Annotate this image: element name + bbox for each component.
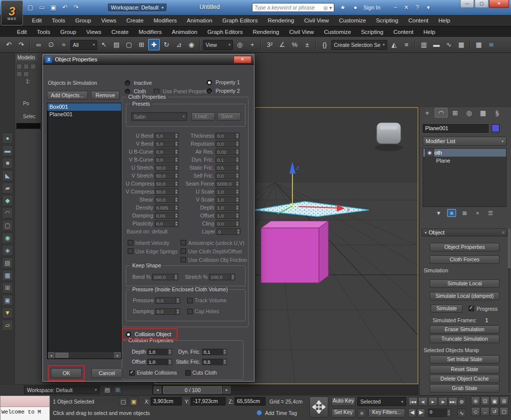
menu-item-animation[interactable]: Animation xyxy=(182,17,217,23)
play-button[interactable]: ▶ xyxy=(428,397,438,406)
menu-item-tools[interactable]: Tools xyxy=(32,29,55,35)
window-crossing-icon[interactable]: ⊞ xyxy=(136,39,147,50)
add-time-tag-label[interactable]: Add Time Tag xyxy=(265,410,297,416)
collision-offset-spinner[interactable]: 1,0▴▾ xyxy=(147,359,172,365)
damping-spinner[interactable]: 0,01▴▾ xyxy=(155,212,179,219)
key-mode-icon[interactable]: ¤ xyxy=(357,409,366,418)
ribbon-config-icon[interactable]: ▤ xyxy=(103,386,112,394)
welcome-window[interactable]: Welcome to M xyxy=(0,396,50,420)
repulsion-spinner[interactable]: 0,0▴▾ xyxy=(216,141,240,147)
cap-holes-checkbox[interactable] xyxy=(187,309,193,314)
select-and-rotate-icon[interactable]: ↻ xyxy=(161,39,172,50)
object-list-item-box001[interactable]: Box001 xyxy=(47,103,121,111)
pressure-damping-spinner[interactable]: 0,0▴▾ xyxy=(155,308,180,315)
track-volume-checkbox[interactable] xyxy=(187,298,193,303)
infocenter-search-icon[interactable]: ◎ xyxy=(323,5,328,10)
menu-item-customize[interactable]: Customize xyxy=(334,17,371,23)
u-bend-spinner[interactable]: 5,0▴▾ xyxy=(155,133,179,139)
v-b-curve-spinner[interactable]: 0,0▴▾ xyxy=(155,157,179,163)
menu-item-content[interactable]: Content xyxy=(403,17,433,23)
window-minimize-button[interactable]: — xyxy=(460,0,474,8)
previous-key-button[interactable]: ◀ xyxy=(408,409,416,418)
zoom-all-icon[interactable]: ⊡ xyxy=(481,397,490,406)
menu-item-group[interactable]: Group xyxy=(55,29,81,35)
auto-key-button[interactable]: Auto Key xyxy=(331,397,355,406)
thickness-spinner[interactable]: 0,0▴▾ xyxy=(216,133,240,139)
left-tool-grid-icon[interactable]: ▦ xyxy=(2,270,13,281)
unlink-selection-icon[interactable]: ∅ xyxy=(45,39,57,50)
edit-named-selection-sets-icon[interactable]: {} xyxy=(319,39,330,50)
ribbon-color-swatch[interactable] xyxy=(16,123,41,129)
left-tool-box-icon[interactable]: ■ xyxy=(2,158,13,169)
selection-region-icon[interactable]: ▢ xyxy=(123,39,135,50)
save-file-icon[interactable]: ▣ xyxy=(49,3,58,12)
menu-item-create[interactable]: Create xyxy=(121,17,149,23)
qat-undo-icon[interactable]: ↶ xyxy=(60,3,69,12)
left-tool-wedge-icon[interactable]: ◣ xyxy=(2,170,13,181)
self-fric-spinner[interactable]: 0,0▴▾ xyxy=(216,173,240,179)
menu-item-animation[interactable]: Animation xyxy=(167,29,202,35)
left-tool-diamond-icon[interactable]: ◈ xyxy=(2,245,13,256)
orbit-icon[interactable]: ↺ xyxy=(490,407,499,416)
search-dropdown-icon[interactable]: ▾ xyxy=(329,5,332,10)
simulate-local-damped-button[interactable]: Simulate Local (damped) xyxy=(430,292,500,300)
object-properties-button[interactable]: Object Properties xyxy=(430,243,500,251)
list-scroll-left-arrow[interactable]: ◂ xyxy=(48,352,54,358)
anisotropic-unlock-u-v-checkbox[interactable] xyxy=(181,240,186,245)
truncate-simulation-button[interactable]: Truncate Simulation xyxy=(430,335,500,343)
field-of-view-icon[interactable]: ◇ xyxy=(471,407,480,416)
menu-item-modifiers[interactable]: Modifiers xyxy=(149,17,182,23)
menu-item-create[interactable]: Create xyxy=(106,29,134,35)
enable-collisions-checkbox[interactable] xyxy=(129,370,135,376)
menu-item-edit[interactable]: Edit xyxy=(12,29,32,35)
select-and-link-icon[interactable]: ∞ xyxy=(33,39,44,50)
menu-item-graph-editors[interactable]: Graph Editors xyxy=(217,17,262,23)
shear-spinner[interactable]: 50,0▴▾ xyxy=(155,197,179,203)
collision-depth-spinner[interactable]: 1,0▴▾ xyxy=(147,349,172,355)
select-by-name-icon[interactable]: ▤ xyxy=(111,39,122,50)
u-stretch-spinner[interactable]: 50,0▴▾ xyxy=(155,165,179,171)
next-key-button[interactable]: ▶ xyxy=(417,409,425,418)
pink-box-object[interactable] xyxy=(261,221,328,283)
menu-item-content[interactable]: Content xyxy=(388,29,418,35)
left-tool-capsule-icon[interactable]: ▬ xyxy=(2,145,13,156)
mini-curve-editor-icon[interactable]: ∿ xyxy=(457,409,466,418)
pan-icon[interactable]: ↔ xyxy=(481,407,490,416)
qat-redo-icon[interactable]: ↷ xyxy=(72,3,81,12)
signin-avatar-icon[interactable]: ● xyxy=(351,3,360,12)
go-to-end-button[interactable]: ▶▶| xyxy=(448,397,458,406)
workspace-selector-titlebar[interactable]: Workspace: Default ▾ xyxy=(107,3,167,12)
object-list-item-plane001[interactable]: Plane001 xyxy=(47,111,121,118)
progress-checkbox[interactable] xyxy=(469,305,474,311)
spinner-snap-icon[interactable]: ± xyxy=(301,39,313,50)
dyn-fric-spinner[interactable]: 0,1▴▾ xyxy=(216,157,240,163)
plasticity-spinner[interactable]: 0,0▴▾ xyxy=(155,220,179,227)
folder-icon[interactable]: ▱ xyxy=(2,320,13,331)
zoom-region-icon[interactable]: ⊞ xyxy=(500,397,509,406)
ribbon-mini-button[interactable] xyxy=(30,64,36,69)
inactive-radio[interactable]: Inactive xyxy=(125,80,152,86)
array-table-icon[interactable]: ▦ xyxy=(473,39,485,50)
use-pivot-point-icon[interactable]: ◎ xyxy=(234,39,246,50)
list-scroll-thumb[interactable] xyxy=(55,353,68,358)
offset-spinner[interactable]: 1,0▴▾ xyxy=(216,212,240,219)
left-tool-cells-icon[interactable]: ⊞ xyxy=(2,282,13,293)
workspace-selector-bottom[interactable]: Workspace: Default ▾ xyxy=(24,386,100,394)
v-compress-spinner[interactable]: 50,0▴▾ xyxy=(155,189,179,195)
filter-funnel-icon[interactable]: ▼ xyxy=(2,307,13,318)
u-compress-spinner[interactable]: 50,0▴▾ xyxy=(155,181,179,187)
simulate-button[interactable]: Simulate xyxy=(431,304,463,313)
set-initial-state-button[interactable]: Set Initial State xyxy=(430,355,500,364)
left-tool-square-icon[interactable]: ▣ xyxy=(2,295,13,306)
select-object-icon[interactable]: ↖ xyxy=(98,39,110,50)
zoom-extents-icon[interactable]: ▣ xyxy=(490,397,499,406)
select-and-place-icon[interactable]: ◉ xyxy=(186,39,197,50)
bind-to-space-warp-icon[interactable]: ≈ xyxy=(58,39,69,50)
help-icon[interactable]: ? xyxy=(414,3,421,12)
use-edge-springs-checkbox[interactable] xyxy=(128,248,133,254)
previous-frame-button[interactable]: ◀| xyxy=(418,397,428,406)
menu-item-rendering[interactable]: Rendering xyxy=(248,29,284,35)
delete-object-cache-button[interactable]: Delete Object Cache xyxy=(430,375,500,383)
use-collision-obj-friction-checkbox[interactable] xyxy=(181,257,186,262)
ribbon-tab-modeling[interactable]: Modelin xyxy=(16,54,36,61)
